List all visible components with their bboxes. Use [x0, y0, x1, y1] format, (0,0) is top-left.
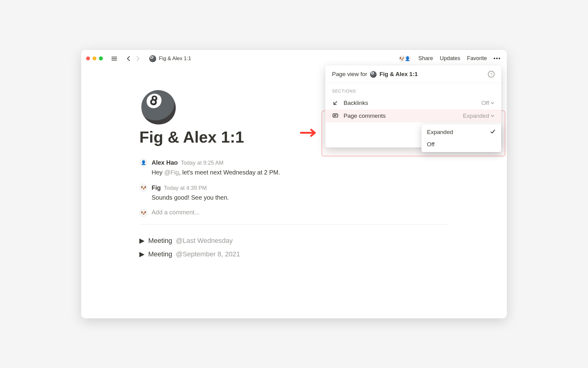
date-mention[interactable]: @September 8, 2021 [176, 250, 240, 258]
window-controls [86, 56, 103, 60]
popover-header: Page view for 🎱 Fig & Alex 1:1 ? [325, 65, 501, 83]
toggle-block[interactable]: ▶ Meeting @September 8, 2021 [139, 250, 449, 258]
comment-text: Sounds good! See you then. [152, 193, 229, 202]
updates-button[interactable]: Updates [440, 55, 460, 62]
sidebar-toggle-button[interactable] [110, 56, 118, 62]
caret-right-icon: ▶ [139, 250, 145, 258]
close-window-button[interactable] [86, 56, 90, 60]
svg-rect-0 [333, 114, 338, 117]
avatar: 👤 [139, 159, 147, 167]
comment-time: Today at 4:39 PM [164, 184, 207, 192]
toggle-label: Meeting [148, 250, 172, 258]
popover-page-name: Fig & Alex 1:1 [379, 71, 418, 78]
option-label: Off [427, 141, 435, 148]
row-label: Page comments [344, 113, 386, 119]
comment-body: Fig Today at 4:39 PM Sounds good! See yo… [152, 183, 229, 202]
dropdown-option-off[interactable]: Off [421, 139, 501, 150]
share-button[interactable]: Share [418, 55, 433, 62]
eight-ball-icon: 🎱 [149, 55, 156, 62]
more-menu-button[interactable] [494, 58, 500, 59]
minimize-window-button[interactable] [92, 56, 96, 60]
toggle-label: Meeting [148, 237, 172, 245]
eight-ball-icon: 🎱 [370, 71, 377, 78]
breadcrumb[interactable]: 🎱 Fig & Alex 1:1 [149, 55, 191, 62]
presence-avatars[interactable]: 🐶 👤 [398, 55, 412, 63]
add-comment-row: 🐶 Add a comment... [139, 208, 449, 217]
comment-body: Alex Hao Today at 9:25 AM Hey @Fig, let'… [152, 158, 280, 177]
popover-prefix: Page view for [332, 71, 367, 78]
toggle-block[interactable]: ▶ Meeting @Last Wednesday [139, 237, 449, 245]
check-icon [490, 128, 496, 136]
option-label: Expanded [427, 129, 453, 136]
back-icon[interactable] [125, 55, 132, 62]
avatar: 🐶 [139, 184, 147, 192]
row-value: Expanded [463, 113, 495, 119]
dropdown-option-expanded[interactable]: Expanded [421, 126, 501, 139]
row-value: Off [481, 100, 495, 106]
topbar-right: 🐶 👤 Share Updates Favorite [398, 55, 502, 63]
comment-time: Today at 9:25 AM [181, 159, 224, 167]
comment-author: Alex Hao [152, 158, 178, 167]
row-label: Backlinks [344, 100, 368, 106]
page-comments-dropdown: Expanded Off [421, 124, 501, 152]
topbar: 🎱 Fig & Alex 1:1 🐶 👤 Share Updates Favor… [81, 50, 507, 67]
maximize-window-button[interactable] [99, 56, 103, 60]
add-comment-input[interactable]: Add a comment... [152, 209, 200, 216]
avatar: 🐶 [139, 209, 147, 217]
help-icon[interactable]: ? [488, 71, 495, 78]
date-mention[interactable]: @Last Wednesday [176, 237, 233, 245]
avatar: 👤 [404, 55, 412, 63]
sections-heading: SECTIONS [325, 83, 501, 97]
comment: 🐶 Fig Today at 4:39 PM Sounds good! See … [139, 183, 449, 202]
page-comments-row[interactable]: Page comments Expanded [325, 109, 501, 122]
caret-right-icon: ▶ [139, 237, 145, 245]
chevron-down-icon [490, 114, 495, 118]
chevron-down-icon [490, 101, 495, 105]
mention[interactable]: @Fig [164, 169, 179, 176]
comment: 👤 Alex Hao Today at 9:25 AM Hey @Fig, le… [139, 158, 449, 177]
favorite-button[interactable]: Favorite [467, 55, 487, 62]
breadcrumb-title: Fig & Alex 1:1 [159, 56, 191, 62]
backlinks-row[interactable]: Backlinks Off [325, 97, 501, 109]
comment-author: Fig [152, 183, 161, 192]
backlinks-icon [332, 100, 339, 106]
comment-text: Hey @Fig, let's meet next Wednesday at 2… [152, 168, 280, 177]
forward-icon[interactable] [134, 55, 141, 62]
divider [139, 224, 449, 224]
comments-icon [332, 113, 339, 119]
nav-arrows [125, 55, 141, 62]
app-window: 🎱 Fig & Alex 1:1 🐶 👤 Share Updates Favor… [81, 50, 507, 318]
